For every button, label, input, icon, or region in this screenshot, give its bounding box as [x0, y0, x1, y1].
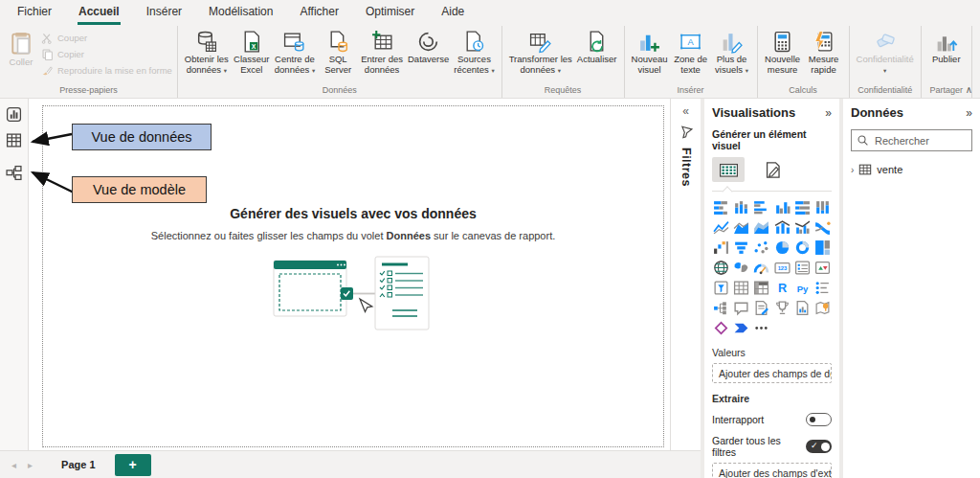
ribbon-chart-visual-icon[interactable] — [813, 218, 832, 237]
funnel-chart-visual-icon[interactable] — [732, 239, 750, 257]
table-visual-icon[interactable] — [732, 279, 750, 297]
cut-button[interactable]: Couper — [41, 32, 172, 44]
donut-chart-visual-icon[interactable] — [793, 239, 812, 257]
paginated-report-visual-icon[interactable] — [793, 299, 812, 317]
keep-filters-toggle[interactable] — [806, 440, 832, 453]
report-canvas: Générer des visuels avec vos données Sél… — [29, 99, 670, 450]
next-page-arrow-icon[interactable]: ▸ — [28, 460, 33, 470]
arcgis-map-visual-icon[interactable] — [813, 299, 832, 317]
stacked-bar-chart-visual-icon[interactable] — [712, 198, 730, 216]
clustered-bar-chart-visual-icon[interactable] — [752, 198, 770, 216]
power-automate-visual-icon[interactable] — [732, 319, 750, 337]
gauge-visual-icon[interactable] — [752, 259, 770, 277]
kpi-visual-icon[interactable] — [813, 259, 832, 277]
get-data-button[interactable]: Obtenir lesdonnées ▾ — [183, 28, 231, 76]
enter-data-button[interactable]: Entrer desdonnées — [359, 28, 405, 76]
format-visual-tab[interactable] — [756, 157, 789, 182]
decomposition-tree-visual-icon[interactable] — [712, 299, 730, 317]
sensitivity-button[interactable]: Confidentialité▾ — [855, 28, 916, 76]
data-hub-button[interactable]: Centre dedonnées ▾ — [273, 28, 317, 76]
more-visuals-button[interactable]: Plus devisuels ▾ — [712, 28, 752, 76]
waterfall-chart-visual-icon[interactable] — [712, 239, 730, 257]
quick-measure-button[interactable]: Mesurerapide — [804, 28, 844, 76]
card-visual-icon[interactable]: 123 — [772, 259, 791, 277]
ribbon: Coller Couper Copier Reproduire la mise … — [0, 26, 980, 99]
100-stacked-bar-chart-visual-icon[interactable] — [793, 198, 812, 216]
metrics-visual-icon[interactable] — [772, 299, 791, 317]
cross-report-toggle[interactable] — [806, 413, 832, 426]
map-visual-icon[interactable] — [712, 259, 730, 277]
filters-pane-title[interactable]: Filtres — [679, 148, 693, 187]
area-chart-visual-icon[interactable] — [732, 218, 750, 237]
line-stacked-column-chart-visual-icon[interactable] — [772, 218, 791, 237]
data-panel: Données » ›vente — [839, 99, 980, 478]
cross-report-label: Interrapport — [712, 414, 764, 425]
add-page-button[interactable]: + — [115, 454, 151, 476]
qa-visual-icon[interactable] — [732, 299, 750, 317]
collapse-ribbon-chevron-icon[interactable]: ∧ — [966, 85, 972, 95]
report-view-icon[interactable] — [6, 106, 22, 123]
page-tab[interactable]: Page 1 — [46, 451, 110, 478]
pie-chart-visual-icon[interactable] — [772, 239, 791, 257]
paste-button[interactable]: Coller — [5, 28, 37, 67]
dataverse-button[interactable]: Dataverse — [406, 28, 451, 64]
expand-table-chevron-icon[interactable]: › — [851, 165, 854, 175]
r-script-visual-icon[interactable]: R — [772, 279, 791, 297]
new-visual-button[interactable]: Nouveauvisuel — [630, 28, 670, 76]
build-visual-tab[interactable] — [712, 157, 745, 182]
stacked-column-chart-visual-icon[interactable] — [732, 198, 750, 216]
key-influencers-visual-icon[interactable] — [813, 279, 832, 297]
table-row-vente[interactable]: ›vente — [851, 163, 972, 176]
model-view-icon[interactable] — [6, 165, 22, 181]
clipboard-group-label: Presse-papiers — [5, 83, 172, 98]
scatter-chart-visual-icon[interactable] — [752, 239, 770, 257]
expand-data-chevron-icon[interactable]: » — [966, 106, 972, 120]
search-input[interactable] — [873, 134, 967, 148]
search-box[interactable] — [851, 129, 972, 151]
visualizations-panel: Visualisations » Générer un élément visu… — [701, 99, 839, 478]
newmeasure-icon — [770, 30, 794, 54]
100-stacked-column-chart-visual-icon[interactable] — [813, 198, 832, 216]
previous-page-arrow-icon[interactable]: ◂ — [11, 460, 16, 470]
menu-inserer[interactable]: Insérer — [133, 0, 195, 26]
stacked-area-chart-visual-icon[interactable] — [752, 218, 770, 237]
line-clustered-column-chart-visual-icon[interactable] — [793, 218, 812, 237]
filled-map-visual-icon[interactable] — [732, 259, 750, 277]
menu-aide[interactable]: Aide — [428, 0, 478, 26]
excel-workbook-button[interactable]: XClasseurExcel — [232, 28, 272, 76]
publish-button[interactable]: Publier — [926, 28, 967, 64]
drillthrough-field-well[interactable]: Ajouter des champs d'extr... — [712, 463, 832, 478]
more-visuals-visual-icon[interactable] — [752, 319, 770, 337]
filter-funnel-icon — [679, 125, 693, 140]
new-measure-button[interactable]: Nouvellemesure — [763, 28, 803, 76]
matrix-visual-icon[interactable] — [752, 279, 770, 297]
sql-server-button[interactable]: SQLServer — [318, 28, 358, 76]
enterdata-icon — [370, 30, 394, 54]
menu-modelisation[interactable]: Modélisation — [195, 0, 286, 26]
cut-label: Couper — [57, 33, 87, 43]
transform-data-button[interactable]: Transformer lesdonnées ▾ — [507, 28, 574, 76]
smart-narrative-visual-icon[interactable] — [752, 299, 770, 317]
values-field-well[interactable]: Ajouter des champs de don... — [712, 363, 832, 383]
power-apps-visual-icon[interactable] — [712, 319, 730, 337]
menu-fichier[interactable]: Fichier — [4, 0, 65, 26]
multi-row-card-visual-icon[interactable] — [793, 259, 812, 277]
clustered-column-chart-visual-icon[interactable] — [772, 198, 791, 216]
format-painter-button[interactable]: Reproduire la mise en forme — [41, 64, 172, 77]
treemap-visual-icon[interactable] — [813, 239, 832, 257]
menu-optimiser[interactable]: Optimiser — [352, 0, 428, 26]
expand-visualizations-chevron-icon[interactable]: » — [825, 106, 832, 120]
expand-filters-chevron-icon[interactable]: « — [682, 105, 689, 117]
line-chart-visual-icon[interactable] — [712, 218, 730, 237]
visual-gallery: 123RPy — [712, 198, 832, 337]
menu-bar: FichierAccueilInsérerModélisationAffiche… — [0, 0, 980, 26]
refresh-button[interactable]: Actualiser — [575, 28, 619, 64]
copy-button[interactable]: Copier — [41, 48, 172, 60]
slicer-visual-icon[interactable] — [712, 279, 730, 297]
python-script-visual-icon[interactable]: Py — [793, 279, 812, 297]
menu-afficher[interactable]: Afficher — [286, 0, 351, 26]
menu-accueil[interactable]: Accueil — [65, 0, 133, 26]
data-view-icon[interactable] — [6, 132, 22, 148]
recent-sources-button[interactable]: Sourcesrécentes ▾ — [452, 28, 496, 76]
text-box-button[interactable]: AZone detexte — [671, 28, 711, 76]
